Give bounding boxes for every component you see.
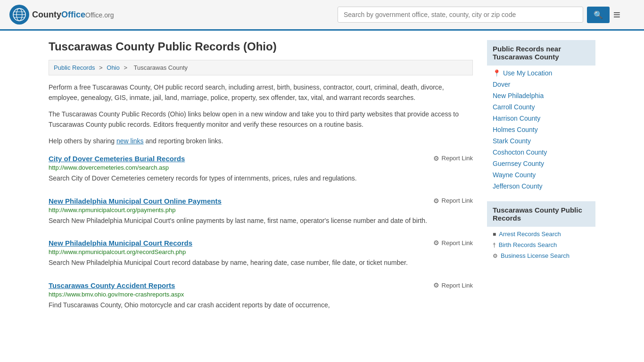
record-title[interactable]: City of Dover Cemeteries Burial Records xyxy=(49,155,185,163)
record-url[interactable]: http://www.dovercemeteries.com/search.as… xyxy=(49,164,473,171)
public-records-list: ■Arrest Records Search†Birth Records Sea… xyxy=(487,229,595,261)
search-area: 🔍 ≡ xyxy=(338,7,620,23)
logo-area: CountyOfficeOffice.org xyxy=(9,5,114,25)
nearby-link-item: Harrison County xyxy=(487,113,595,124)
public-record-link[interactable]: Arrest Records Search xyxy=(499,230,561,238)
record-entry: New Philadelphia Municipal Court Records… xyxy=(49,239,473,270)
record-type-icon: ■ xyxy=(493,231,496,238)
new-links-link[interactable]: new links xyxy=(116,137,144,145)
logo-text-area: CountyOfficeOffice.org xyxy=(32,10,114,20)
report-link[interactable]: ⚙ Report Link xyxy=(433,155,473,162)
record-type-icon: ⚙ xyxy=(493,253,498,259)
record-url[interactable]: http://www.npmunicipalcourt.org/payments… xyxy=(49,206,473,214)
report-icon: ⚙ xyxy=(433,155,439,162)
menu-button[interactable]: ≡ xyxy=(613,8,620,21)
record-desc: Find Tuscarawas County, Ohio motorcycle … xyxy=(49,300,473,311)
report-label: Report Link xyxy=(442,239,473,247)
hamburger-icon: ≡ xyxy=(613,8,620,22)
report-label: Report Link xyxy=(442,282,473,289)
nearby-link[interactable]: Dover xyxy=(493,81,510,88)
nearby-link-item: Guernsey County xyxy=(487,158,595,169)
report-label: Report Link xyxy=(442,197,473,204)
public-records-header: Tuscarawas County Public Records xyxy=(487,201,595,227)
logo-office: Office xyxy=(61,10,85,19)
nearby-link[interactable]: Carroll County xyxy=(493,103,535,111)
search-button[interactable]: 🔍 xyxy=(587,7,610,23)
nearby-link[interactable]: Stark County xyxy=(493,137,531,145)
nearby-link-item: Dover xyxy=(487,79,595,90)
logo-org: Office.org xyxy=(85,11,114,19)
breadcrumb-sep2: > xyxy=(124,64,127,71)
record-url[interactable]: https://www.bmv.ohio.gov/more-crashrepor… xyxy=(49,291,473,298)
search-icon: 🔍 xyxy=(594,11,603,19)
main-layout: Tuscarawas County Public Records (Ohio) … xyxy=(39,31,605,333)
sidebar: Public Records near Tuscarawas County 📍 … xyxy=(487,40,595,324)
record-type-icon: † xyxy=(493,242,496,248)
nearby-header: Public Records near Tuscarawas County xyxy=(487,40,595,66)
public-record-item: †Birth Records Search xyxy=(487,239,595,250)
nearby-links-container: DoverNew PhiladelphiaCarroll CountyHarri… xyxy=(487,79,595,192)
nearby-link-item: Wayne County xyxy=(487,169,595,181)
nearby-link-item: Coshocton County xyxy=(487,147,595,158)
nearby-link[interactable]: Guernsey County xyxy=(493,160,544,167)
record-entry: Tuscarawas County Accident Reports ⚙ Rep… xyxy=(49,281,473,313)
nearby-link[interactable]: Jefferson County xyxy=(493,182,543,190)
location-icon: 📍 xyxy=(493,69,501,77)
record-desc: Search City of Dover Cemeteries cemetery… xyxy=(49,173,473,184)
public-record-item: ■Arrest Records Search xyxy=(487,229,595,239)
search-input[interactable] xyxy=(338,7,583,23)
nearby-section: Public Records near Tuscarawas County 📍 … xyxy=(487,40,595,192)
record-title[interactable]: New Philadelphia Municipal Court Records xyxy=(49,239,192,247)
nearby-link-item: Jefferson County xyxy=(487,181,595,192)
record-title[interactable]: New Philadelphia Municipal Court Online … xyxy=(49,197,222,205)
report-icon: ⚙ xyxy=(433,197,439,205)
public-record-link[interactable]: Business License Search xyxy=(501,252,570,259)
public-record-item: ⚙Business License Search xyxy=(487,250,595,261)
record-entry: City of Dover Cemeteries Burial Records … xyxy=(49,155,473,186)
breadcrumb: Public Records > Ohio > Tuscarawas Count… xyxy=(49,60,473,75)
nearby-link[interactable]: Wayne County xyxy=(493,171,536,179)
public-record-link[interactable]: Birth Records Search xyxy=(499,241,557,248)
nearby-list: 📍 Use My Location xyxy=(487,67,595,79)
report-icon: ⚙ xyxy=(433,281,439,289)
records-list: City of Dover Cemeteries Burial Records … xyxy=(49,155,473,313)
nearby-link[interactable]: New Philadelphia xyxy=(493,92,544,99)
description-paragraph-2: The Tuscarawas County Public Records (Oh… xyxy=(49,109,473,130)
logo-icon xyxy=(9,5,29,25)
description-paragraph-1: Perform a free Tuscarawas County, OH pub… xyxy=(49,82,473,103)
report-link[interactable]: ⚙ Report Link xyxy=(433,197,473,205)
desc3-suffix: and reporting broken links. xyxy=(144,137,223,145)
nearby-link-item: New Philadelphia xyxy=(487,90,595,101)
logo-county: County xyxy=(32,10,61,19)
breadcrumb-sep1: > xyxy=(99,64,103,71)
nearby-link-item: Holmes County xyxy=(487,124,595,135)
report-label: Report Link xyxy=(442,155,473,162)
breadcrumb-county: Tuscarawas County xyxy=(134,64,188,71)
record-title[interactable]: Tuscarawas County Accident Reports xyxy=(49,281,175,289)
use-my-location-link[interactable]: Use My Location xyxy=(503,69,552,77)
nearby-link-item: Carroll County xyxy=(487,101,595,113)
report-icon: ⚙ xyxy=(433,239,439,247)
breadcrumb-ohio[interactable]: Ohio xyxy=(107,64,119,71)
record-desc: Search New Philadelphia Municipal Court … xyxy=(49,258,473,268)
public-records-section: Tuscarawas County Public Records ■Arrest… xyxy=(487,201,595,261)
nearby-link-item: Stark County xyxy=(487,135,595,147)
page-title: Tuscarawas County Public Records (Ohio) xyxy=(49,40,473,53)
desc3-prefix: Help others by sharing xyxy=(49,137,116,145)
main-content: Tuscarawas County Public Records (Ohio) … xyxy=(49,40,473,324)
nearby-link[interactable]: Coshocton County xyxy=(493,148,547,156)
use-my-location-item[interactable]: 📍 Use My Location xyxy=(487,67,595,79)
breadcrumb-public-records[interactable]: Public Records xyxy=(54,64,95,71)
description-paragraph-3: Help others by sharing new links and rep… xyxy=(49,136,473,146)
nearby-link[interactable]: Harrison County xyxy=(493,115,540,122)
record-url[interactable]: http://www.npmunicipalcourt.org/recordSe… xyxy=(49,248,473,255)
record-desc: Search New Philadelphia Municipal Court'… xyxy=(49,216,473,226)
nearby-link[interactable]: Holmes County xyxy=(493,126,538,133)
report-link[interactable]: ⚙ Report Link xyxy=(433,239,473,247)
record-entry: New Philadelphia Municipal Court Online … xyxy=(49,197,473,228)
header: CountyOfficeOffice.org 🔍 ≡ xyxy=(0,0,644,31)
report-link[interactable]: ⚙ Report Link xyxy=(433,281,473,289)
